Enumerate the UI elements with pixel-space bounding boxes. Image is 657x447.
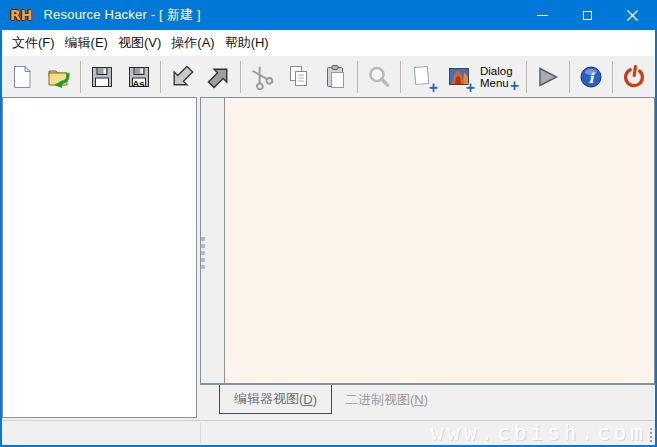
app-logo-icon: RH <box>10 7 33 23</box>
menu-help[interactable]: 帮助(H) <box>220 32 274 54</box>
watermark-text: www.cbish.com <box>431 421 647 445</box>
paste-clipboard-icon <box>323 64 349 90</box>
toolbar-separator <box>400 61 401 93</box>
undo-arrow-icon <box>169 64 195 90</box>
splitter-dot <box>201 244 205 248</box>
save-as-label: As <box>132 79 144 88</box>
toolbar-separator <box>526 61 527 93</box>
minimize-button[interactable] <box>520 0 565 30</box>
menu-bar: 文件(F) 编辑(E) 视图(V) 操作(A) 帮助(H) <box>2 30 655 56</box>
editor-area[interactable] <box>200 97 655 384</box>
tab-editor-view-label: 编辑器视图( <box>234 390 303 408</box>
resource-tree-panel[interactable] <box>2 97 197 418</box>
copy-icon <box>286 64 312 90</box>
tab-editor-view-key: D <box>303 392 312 407</box>
redo-button[interactable] <box>200 60 237 94</box>
about-info-button[interactable]: i <box>572 60 609 94</box>
titlebar: RH Resource Hacker - [ 新建 ] <box>2 0 655 30</box>
maximize-button[interactable] <box>565 0 610 30</box>
undo-button[interactable] <box>163 60 200 94</box>
toolbar: As <box>2 56 655 97</box>
paste-button[interactable] <box>317 60 354 94</box>
plus-icon: + <box>429 80 438 96</box>
play-icon <box>535 64 561 90</box>
menu-edit[interactable]: 编辑(E) <box>60 32 113 54</box>
status-bar: www.cbish.com <box>2 420 655 445</box>
open-file-button[interactable] <box>40 60 77 94</box>
toolbar-separator <box>240 61 241 93</box>
toolbar-separator <box>160 61 161 93</box>
copy-button[interactable] <box>280 60 317 94</box>
maximize-icon <box>583 11 592 20</box>
panel-splitter-handle[interactable] <box>201 237 205 271</box>
menu-view[interactable]: 视图(V) <box>113 32 166 54</box>
toolbar-separator <box>80 61 81 93</box>
new-file-button[interactable] <box>3 60 40 94</box>
exit-button[interactable] <box>615 60 652 94</box>
resize-grip[interactable] <box>645 427 653 443</box>
add-resource-button[interactable]: + <box>403 60 440 94</box>
open-folder-icon <box>46 64 72 90</box>
info-icon: i <box>578 64 604 90</box>
tab-binary-view-label: 二进制视图( <box>345 391 414 409</box>
new-document-icon <box>9 64 35 90</box>
app-window: RH Resource Hacker - [ 新建 ] 文件(F) 编辑(E) … <box>0 0 657 447</box>
toolbar-separator <box>357 61 358 93</box>
toolbar-separator <box>569 61 570 93</box>
add-dialog-menu-button[interactable]: Dialog Menu + <box>477 60 523 94</box>
close-button[interactable] <box>610 0 655 30</box>
dialog-menu-label-line2: Menu <box>480 77 509 89</box>
save-as-button[interactable]: As <box>120 60 157 94</box>
view-tabstrip: 编辑器视图(D) 二进制视图(N) <box>200 384 655 414</box>
splitter-dot <box>201 258 205 262</box>
minimize-icon <box>537 15 548 16</box>
dialog-menu-label-line1: Dialog <box>480 65 513 77</box>
compile-run-button[interactable] <box>529 60 566 94</box>
window-controls <box>520 0 655 30</box>
splitter-dot <box>201 237 205 241</box>
plus-icon: + <box>510 78 519 94</box>
magnifier-icon <box>366 64 392 90</box>
floppy-save-icon <box>89 64 115 90</box>
tab-binary-view-suffix: ) <box>424 392 428 407</box>
tab-binary-view-key: N <box>414 392 423 407</box>
redo-arrow-icon <box>206 64 232 90</box>
plus-icon: + <box>466 80 475 96</box>
toolbar-separator <box>612 61 613 93</box>
add-image-resource-button[interactable]: + <box>440 60 477 94</box>
window-title: Resource Hacker - [ 新建 ] <box>44 6 201 24</box>
splitter-dot <box>201 265 205 269</box>
power-exit-icon <box>621 64 647 90</box>
tab-editor-view[interactable]: 编辑器视图(D) <box>219 385 332 414</box>
find-button[interactable] <box>360 60 397 94</box>
tab-binary-view[interactable]: 二进制视图(N) <box>332 385 441 414</box>
status-bar-divider <box>200 423 201 443</box>
menu-file[interactable]: 文件(F) <box>7 32 60 54</box>
close-icon <box>627 10 638 21</box>
scissors-icon <box>249 64 275 90</box>
menu-action[interactable]: 操作(A) <box>166 32 219 54</box>
cut-button[interactable] <box>243 60 280 94</box>
splitter-dot <box>201 251 205 255</box>
save-button[interactable] <box>83 60 120 94</box>
tab-editor-view-suffix: ) <box>313 392 317 407</box>
